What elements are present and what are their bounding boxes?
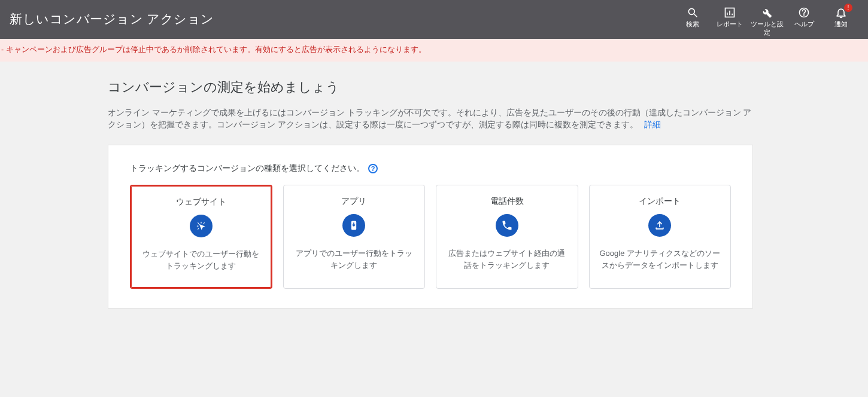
header-actions: 検索 レポート ツールと設定 ヘルプ ! 通知 bbox=[674, 0, 860, 37]
detail-link[interactable]: 詳細 bbox=[644, 120, 661, 129]
header-bar: 新しいコンバージョン アクション 検索 レポート ツールと設定 ヘルプ bbox=[0, 0, 868, 39]
page-title: 新しいコンバージョン アクション bbox=[8, 0, 214, 28]
cards-row: ウェブサイト ウェブサイトでのユーザー行動をトラッキングします アプリ アプリで… bbox=[130, 185, 731, 289]
help-circle-icon[interactable]: ? bbox=[368, 164, 378, 173]
upload-icon bbox=[648, 214, 671, 237]
report-label: レポート bbox=[717, 20, 743, 29]
card-app-desc: アプリでのユーザー行動をトラッキングします bbox=[290, 248, 419, 271]
conversion-type-panel: トラッキングするコンバージョンの種類を選択してください。 ? ウェブサイト ウェ… bbox=[108, 145, 753, 309]
main-content: コンバージョンの測定を始めましょう オンライン マーケティングで成果を上げるには… bbox=[0, 62, 868, 309]
card-import[interactable]: インポート Google アナリティクスなどのソースからデータをインポートします bbox=[589, 185, 732, 289]
notifications-label: 通知 bbox=[834, 20, 848, 29]
page-heading: コンバージョンの測定を始めましょう bbox=[108, 78, 753, 96]
content-inner: コンバージョンの測定を始めましょう オンライン マーケティングで成果を上げるには… bbox=[108, 78, 753, 309]
card-import-desc: Google アナリティクスなどのソースからデータをインポートします bbox=[596, 248, 725, 271]
svg-point-0 bbox=[688, 8, 694, 14]
card-app[interactable]: アプリ アプリでのユーザー行動をトラッキングします bbox=[283, 185, 426, 289]
card-website-desc: ウェブサイトでのユーザー行動をトラッキングします bbox=[137, 248, 265, 272]
alert-text: - キャンペーンおよび広告グループは停止中であるか削除されています。有効にすると… bbox=[0, 45, 426, 54]
alert-banner: - キャンペーンおよび広告グループは停止中であるか削除されています。有効にすると… bbox=[0, 39, 868, 62]
help-button[interactable]: ヘルプ bbox=[785, 4, 823, 29]
phone-install-icon bbox=[342, 214, 365, 237]
tools-label: ツールと設定 bbox=[748, 20, 785, 37]
card-phone[interactable]: 電話件数 広告またはウェブサイト経由の通話をトラッキングします bbox=[436, 185, 578, 289]
card-website[interactable]: ウェブサイト ウェブサイトでのユーザー行動をトラッキングします bbox=[130, 185, 272, 289]
svg-point-7 bbox=[804, 15, 805, 16]
help-icon bbox=[798, 6, 810, 19]
notifications-button[interactable]: ! 通知 bbox=[823, 4, 860, 29]
cursor-click-icon bbox=[190, 215, 213, 237]
report-button[interactable]: レポート bbox=[711, 4, 748, 29]
notification-badge: ! bbox=[844, 4, 852, 12]
page-description: オンライン マーケティングで成果を上げるにはコンバージョン トラッキングが不可欠… bbox=[108, 107, 753, 132]
card-import-title: インポート bbox=[639, 196, 681, 207]
search-label: 検索 bbox=[686, 20, 699, 29]
tools-icon bbox=[761, 6, 773, 19]
card-phone-desc: 広告またはウェブサイト経由の通話をトラッキングします bbox=[442, 248, 572, 271]
card-phone-title: 電話件数 bbox=[490, 196, 524, 207]
search-icon bbox=[687, 6, 699, 19]
card-app-title: アプリ bbox=[341, 196, 366, 207]
help-label: ヘルプ bbox=[794, 20, 814, 29]
svg-line-1 bbox=[694, 14, 697, 17]
panel-instruction: トラッキングするコンバージョンの種類を選択してください。 ? bbox=[130, 163, 731, 174]
search-button[interactable]: 検索 bbox=[674, 4, 711, 29]
card-website-title: ウェブサイト bbox=[176, 197, 226, 207]
panel-instruction-text: トラッキングするコンバージョンの種類を選択してください。 bbox=[130, 163, 365, 174]
report-icon bbox=[724, 6, 736, 19]
tools-button[interactable]: ツールと設定 bbox=[748, 4, 785, 37]
phone-call-icon bbox=[496, 214, 518, 237]
